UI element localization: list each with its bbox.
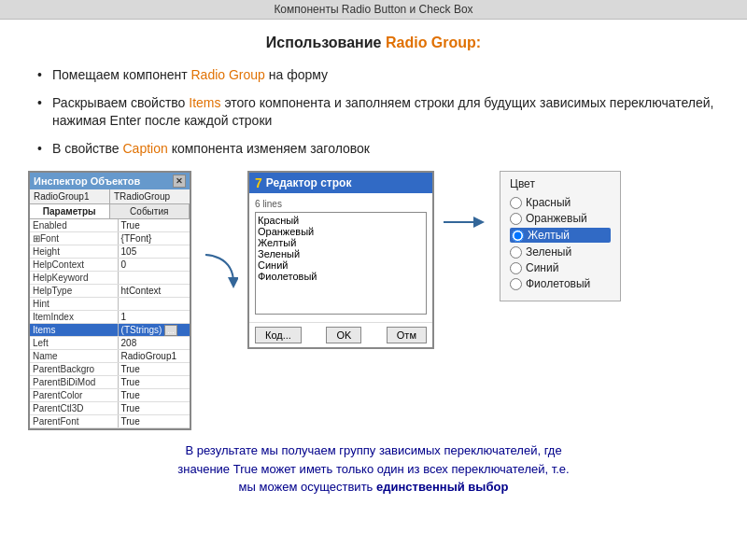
inspector-prop-name: Enabled [30, 219, 118, 232]
color-group-box: Цвет КрасныйОранжевыйЖелтыйЗеленыйСинийФ… [500, 171, 621, 301]
radio-item: Желтый [510, 228, 611, 243]
bottom-line3-bold: единственный выбор [376, 480, 508, 494]
color-radio-label: Оранжевый [526, 212, 587, 225]
radio-item: Зеленый [510, 245, 611, 259]
inspector-prop-name: Items [30, 324, 118, 337]
color-radio-input[interactable] [510, 278, 522, 290]
bullet-item-2: Раскрываем свойство Items этого компонен… [37, 94, 719, 131]
radio-item: Оранжевый [510, 212, 611, 225]
title-prefix: Использование [266, 35, 386, 50]
string-editor-ok-button[interactable]: OK [326, 327, 361, 343]
color-radio-label: Зеленый [526, 245, 571, 259]
string-editor-window: 7 Редактор строк 6 lines Код... OK Отм [247, 171, 434, 349]
string-editor-lines-label: 6 lines [255, 199, 427, 209]
arrow-1-icon [201, 245, 238, 301]
demo-area: Инспектор Объектов ✕ RadioGroup1 TRadioG… [28, 171, 719, 430]
inspector-prop-value: True [118, 389, 190, 402]
inspector-prop-name: ⊞Font [30, 232, 118, 245]
string-editor-footer: Код... OK Отм [249, 322, 432, 347]
radio-item: Красный [510, 196, 611, 209]
inspector-prop-value [118, 272, 190, 285]
string-editor-body: 6 lines [249, 193, 432, 322]
color-radio-input[interactable] [510, 197, 522, 209]
title-highlight: Radio Group: [386, 35, 481, 50]
radio-group-items: КрасныйОранжевыйЖелтыйЗеленыйСинийФиолет… [510, 196, 611, 290]
inspector-titlebar: Инспектор Объектов ✕ [30, 173, 190, 189]
inspector-prop-value: (TStrings) ... [118, 324, 190, 337]
color-radio-input[interactable] [510, 213, 522, 225]
color-radio-input[interactable] [510, 246, 522, 259]
inspector-prop-name: ItemIndex [30, 311, 118, 324]
inspector-prop-value: 105 [118, 245, 190, 259]
inspector-prop-name: HelpType [30, 285, 118, 298]
string-editor-cancel-button[interactable]: Отм [387, 327, 427, 343]
inspector-prop-value: True [118, 363, 190, 376]
inspector-component-type: TRadioGroup [110, 189, 190, 203]
inspector-window: Инспектор Объектов ✕ RadioGroup1 TRadioG… [28, 171, 191, 430]
bottom-line2: значение True может иметь только один из… [177, 462, 569, 476]
inspector-prop-name: Hint [30, 298, 118, 311]
top-bar: Компоненты Radio Button и Check Box [0, 0, 747, 20]
color-radio-label: Красный [526, 196, 571, 209]
inspector-prop-name: Left [30, 337, 118, 350]
color-radio-input[interactable] [512, 230, 524, 242]
color-group-title: Цвет [510, 177, 611, 190]
arrow-1-container [201, 171, 238, 301]
main-content: Использование Radio Group: Помещаем комп… [0, 20, 747, 506]
inspector-prop-value: 208 [118, 337, 190, 350]
inspector-prop-name: ParentColor [30, 389, 118, 402]
color-radio-label: Фиолетовый [526, 277, 590, 290]
string-editor-title: Редактор строк [266, 176, 352, 189]
arrow-2-icon [444, 208, 490, 236]
inspector-prop-value: 0 [118, 259, 190, 272]
inspector-title: Инспектор Объектов [34, 175, 140, 187]
inspector-properties-table: EnabledTrue⊞Font{TFont}Height105HelpCont… [30, 219, 190, 428]
color-radio-label: Желтый [528, 229, 570, 242]
radio-item: Фиолетовый [510, 277, 611, 290]
bullet-item-1: Помещаем компонент Radio Group на форму [37, 66, 719, 85]
inspector-prop-name: ParentFont [30, 415, 118, 428]
string-editor-textarea[interactable] [255, 212, 427, 315]
bullet-list: Помещаем компонент Radio Group на форму … [28, 66, 719, 158]
inspector-prop-value: True [118, 402, 190, 415]
string-editor-code-button[interactable]: Код... [255, 327, 302, 343]
bottom-line3-before: мы можем осуществить [239, 480, 376, 494]
inspector-prop-value: 1 [118, 311, 190, 324]
radio-item: Синий [510, 261, 611, 274]
inspector-prop-name: ParentBackgro [30, 363, 118, 376]
inspector-component-row: RadioGroup1 TRadioGroup [30, 189, 190, 204]
inspector-prop-name: ParentBiDiMod [30, 376, 118, 389]
inspector-prop-value: True [118, 376, 190, 389]
inspector-prop-name: ParentCtl3D [30, 402, 118, 415]
color-radio-label: Синий [526, 261, 558, 274]
inspector-component-name: RadioGroup1 [30, 189, 110, 203]
tab-parameters[interactable]: Параметры [30, 204, 110, 218]
string-editor-icon: 7 [255, 175, 262, 190]
inspector-prop-value: True [118, 415, 190, 428]
inspector-prop-name: Name [30, 350, 118, 363]
bullet-item-3: В свойстве Caption компонента изменяем з… [37, 140, 719, 159]
page-title: Использование Radio Group: [28, 35, 719, 51]
inspector-prop-value: RadioGroup1 [118, 350, 190, 363]
inspector-prop-value: True [118, 219, 190, 232]
bottom-text: В результате мы получаем группу зависимы… [28, 441, 719, 497]
inspector-prop-name: HelpContext [30, 259, 118, 272]
bottom-line1: В результате мы получаем группу зависимы… [185, 443, 561, 457]
arrow-2-container [444, 171, 490, 236]
string-editor-titlebar: 7 Редактор строк [249, 173, 432, 193]
inspector-prop-name: HelpKeyword [30, 272, 118, 285]
top-bar-text: Компоненты Radio Button и Check Box [274, 3, 472, 16]
inspector-prop-name: Height [30, 245, 118, 259]
inspector-prop-value: {TFont} [118, 232, 190, 245]
tab-events[interactable]: События [110, 204, 190, 218]
inspector-prop-value [118, 298, 190, 311]
color-radio-input[interactable] [510, 262, 522, 274]
inspector-tabs: Параметры События [30, 204, 190, 219]
inspector-prop-value: htContext [118, 285, 190, 298]
inspector-close-button[interactable]: ✕ [173, 175, 186, 188]
